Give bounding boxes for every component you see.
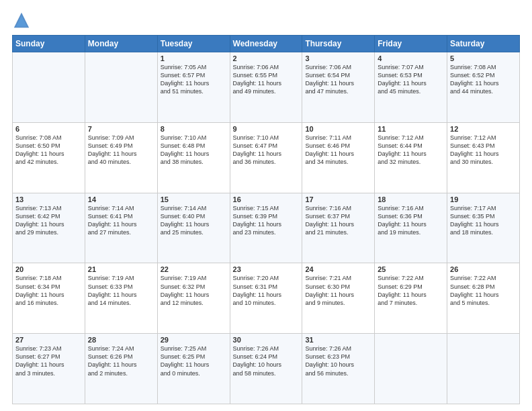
day-info: Sunrise: 7:06 AMSunset: 6:54 PMDaylight:… bbox=[305, 63, 371, 96]
day-number: 8 bbox=[161, 125, 227, 133]
day-info: Sunrise: 7:21 AMSunset: 6:30 PMDaylight:… bbox=[305, 274, 371, 307]
day-cell: 31Sunrise: 7:26 AMSunset: 6:23 PMDayligh… bbox=[302, 334, 375, 404]
day-number: 24 bbox=[305, 265, 371, 273]
day-info: Sunrise: 7:07 AMSunset: 6:53 PMDaylight:… bbox=[378, 63, 444, 96]
day-number: 9 bbox=[233, 125, 300, 133]
day-number: 23 bbox=[233, 265, 300, 273]
day-cell: 1Sunrise: 7:05 AMSunset: 6:57 PMDaylight… bbox=[157, 52, 230, 123]
day-info: Sunrise: 7:12 AMSunset: 6:43 PMDaylight:… bbox=[450, 134, 517, 167]
week-row-4: 20Sunrise: 7:18 AMSunset: 6:34 PMDayligh… bbox=[13, 263, 520, 334]
day-cell: 24Sunrise: 7:21 AMSunset: 6:30 PMDayligh… bbox=[302, 263, 375, 334]
day-info: Sunrise: 7:10 AMSunset: 6:47 PMDaylight:… bbox=[233, 134, 300, 167]
logo bbox=[12, 11, 34, 30]
calendar-header-row: SundayMondayTuesdayWednesdayThursdayFrid… bbox=[13, 36, 520, 52]
day-info: Sunrise: 7:15 AMSunset: 6:39 PMDaylight:… bbox=[233, 204, 300, 237]
day-number: 18 bbox=[378, 195, 444, 203]
day-cell: 28Sunrise: 7:24 AMSunset: 6:26 PMDayligh… bbox=[85, 334, 157, 404]
day-header-friday: Friday bbox=[375, 36, 447, 52]
day-info: Sunrise: 7:23 AMSunset: 6:27 PMDaylight:… bbox=[15, 345, 82, 377]
day-number: 13 bbox=[15, 195, 82, 203]
day-cell: 10Sunrise: 7:11 AMSunset: 6:46 PMDayligh… bbox=[302, 122, 375, 193]
day-number: 14 bbox=[88, 195, 154, 203]
day-number: 2 bbox=[233, 54, 300, 62]
day-number: 15 bbox=[161, 195, 227, 203]
day-cell bbox=[447, 334, 520, 404]
day-cell: 22Sunrise: 7:19 AMSunset: 6:32 PMDayligh… bbox=[157, 263, 230, 334]
day-info: Sunrise: 7:24 AMSunset: 6:26 PMDaylight:… bbox=[88, 345, 154, 377]
day-number: 16 bbox=[233, 195, 300, 203]
day-info: Sunrise: 7:19 AMSunset: 6:33 PMDaylight:… bbox=[88, 274, 154, 307]
day-number: 27 bbox=[15, 336, 82, 344]
day-info: Sunrise: 7:11 AMSunset: 6:46 PMDaylight:… bbox=[305, 134, 371, 167]
day-cell: 25Sunrise: 7:22 AMSunset: 6:29 PMDayligh… bbox=[375, 263, 447, 334]
week-row-3: 13Sunrise: 7:13 AMSunset: 6:42 PMDayligh… bbox=[13, 193, 520, 263]
day-info: Sunrise: 7:25 AMSunset: 6:25 PMDaylight:… bbox=[161, 345, 227, 377]
day-number: 28 bbox=[88, 336, 154, 344]
day-number: 11 bbox=[378, 125, 444, 133]
day-cell: 30Sunrise: 7:26 AMSunset: 6:24 PMDayligh… bbox=[230, 334, 302, 404]
day-number: 4 bbox=[378, 54, 444, 62]
day-number: 29 bbox=[161, 336, 227, 344]
day-cell: 26Sunrise: 7:22 AMSunset: 6:28 PMDayligh… bbox=[447, 263, 520, 334]
day-number: 26 bbox=[450, 265, 517, 273]
day-number: 6 bbox=[15, 125, 82, 133]
day-info: Sunrise: 7:16 AMSunset: 6:36 PMDaylight:… bbox=[378, 204, 444, 237]
day-cell: 23Sunrise: 7:20 AMSunset: 6:31 PMDayligh… bbox=[230, 263, 302, 334]
day-cell bbox=[85, 52, 157, 123]
day-cell: 2Sunrise: 7:06 AMSunset: 6:55 PMDaylight… bbox=[230, 52, 302, 123]
logo-icon bbox=[12, 11, 31, 30]
day-info: Sunrise: 7:08 AMSunset: 6:50 PMDaylight:… bbox=[15, 134, 82, 167]
day-cell: 15Sunrise: 7:14 AMSunset: 6:40 PMDayligh… bbox=[157, 193, 230, 263]
day-cell: 12Sunrise: 7:12 AMSunset: 6:43 PMDayligh… bbox=[447, 122, 520, 193]
day-number: 3 bbox=[305, 54, 371, 62]
day-header-thursday: Thursday bbox=[302, 36, 375, 52]
day-info: Sunrise: 7:17 AMSunset: 6:35 PMDaylight:… bbox=[450, 204, 517, 237]
day-cell: 6Sunrise: 7:08 AMSunset: 6:50 PMDaylight… bbox=[13, 122, 85, 193]
day-cell: 7Sunrise: 7:09 AMSunset: 6:49 PMDaylight… bbox=[85, 122, 157, 193]
day-info: Sunrise: 7:22 AMSunset: 6:29 PMDaylight:… bbox=[378, 274, 444, 307]
day-header-wednesday: Wednesday bbox=[230, 36, 302, 52]
day-number: 31 bbox=[305, 336, 371, 344]
day-info: Sunrise: 7:18 AMSunset: 6:34 PMDaylight:… bbox=[15, 274, 82, 307]
day-cell: 5Sunrise: 7:08 AMSunset: 6:52 PMDaylight… bbox=[447, 52, 520, 123]
day-cell: 11Sunrise: 7:12 AMSunset: 6:44 PMDayligh… bbox=[375, 122, 447, 193]
day-number: 30 bbox=[233, 336, 300, 344]
day-cell: 21Sunrise: 7:19 AMSunset: 6:33 PMDayligh… bbox=[85, 263, 157, 334]
day-cell: 8Sunrise: 7:10 AMSunset: 6:48 PMDaylight… bbox=[157, 122, 230, 193]
week-row-2: 6Sunrise: 7:08 AMSunset: 6:50 PMDaylight… bbox=[13, 122, 520, 193]
day-cell: 14Sunrise: 7:14 AMSunset: 6:41 PMDayligh… bbox=[85, 193, 157, 263]
day-number: 22 bbox=[161, 265, 227, 273]
day-cell: 29Sunrise: 7:25 AMSunset: 6:25 PMDayligh… bbox=[157, 334, 230, 404]
calendar-table: SundayMondayTuesdayWednesdayThursdayFrid… bbox=[12, 35, 520, 404]
day-header-tuesday: Tuesday bbox=[157, 36, 230, 52]
page: SundayMondayTuesdayWednesdayThursdayFrid… bbox=[0, 0, 532, 411]
day-cell: 13Sunrise: 7:13 AMSunset: 6:42 PMDayligh… bbox=[13, 193, 85, 263]
day-number: 10 bbox=[305, 125, 371, 133]
header bbox=[12, 11, 520, 30]
day-cell: 16Sunrise: 7:15 AMSunset: 6:39 PMDayligh… bbox=[230, 193, 302, 263]
day-cell: 9Sunrise: 7:10 AMSunset: 6:47 PMDaylight… bbox=[230, 122, 302, 193]
day-number: 19 bbox=[450, 195, 517, 203]
day-info: Sunrise: 7:06 AMSunset: 6:55 PMDaylight:… bbox=[233, 63, 300, 96]
day-cell: 19Sunrise: 7:17 AMSunset: 6:35 PMDayligh… bbox=[447, 193, 520, 263]
day-number: 12 bbox=[450, 125, 517, 133]
day-cell: 17Sunrise: 7:16 AMSunset: 6:37 PMDayligh… bbox=[302, 193, 375, 263]
day-header-saturday: Saturday bbox=[447, 36, 520, 52]
day-number: 1 bbox=[161, 54, 227, 62]
day-info: Sunrise: 7:09 AMSunset: 6:49 PMDaylight:… bbox=[88, 134, 154, 167]
day-cell bbox=[13, 52, 85, 123]
day-cell: 18Sunrise: 7:16 AMSunset: 6:36 PMDayligh… bbox=[375, 193, 447, 263]
day-number: 7 bbox=[88, 125, 154, 133]
day-info: Sunrise: 7:26 AMSunset: 6:24 PMDaylight:… bbox=[233, 345, 300, 377]
day-number: 5 bbox=[450, 54, 517, 62]
week-row-1: 1Sunrise: 7:05 AMSunset: 6:57 PMDaylight… bbox=[13, 52, 520, 123]
day-cell: 20Sunrise: 7:18 AMSunset: 6:34 PMDayligh… bbox=[13, 263, 85, 334]
day-info: Sunrise: 7:05 AMSunset: 6:57 PMDaylight:… bbox=[161, 63, 227, 96]
day-cell bbox=[375, 334, 447, 404]
day-cell: 4Sunrise: 7:07 AMSunset: 6:53 PMDaylight… bbox=[375, 52, 447, 123]
day-cell: 27Sunrise: 7:23 AMSunset: 6:27 PMDayligh… bbox=[13, 334, 85, 404]
day-info: Sunrise: 7:10 AMSunset: 6:48 PMDaylight:… bbox=[161, 134, 227, 167]
day-number: 21 bbox=[88, 265, 154, 273]
day-info: Sunrise: 7:22 AMSunset: 6:28 PMDaylight:… bbox=[450, 274, 517, 307]
day-info: Sunrise: 7:08 AMSunset: 6:52 PMDaylight:… bbox=[450, 63, 517, 96]
